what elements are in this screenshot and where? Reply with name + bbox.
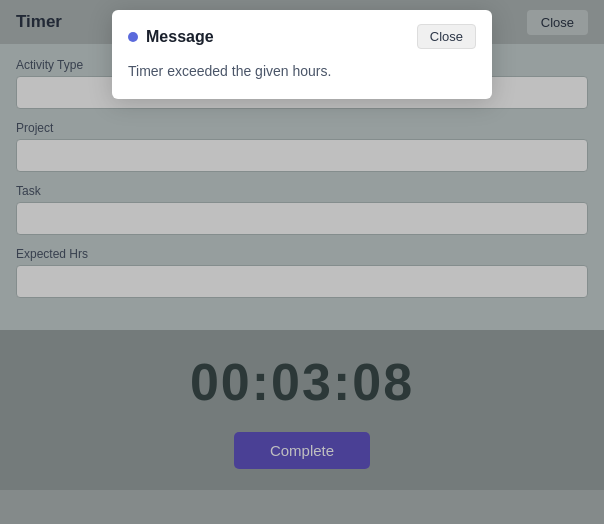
timer-panel: Timer Close Activity Type Project Task E…	[0, 0, 604, 524]
modal-title-row: Message	[128, 28, 214, 46]
modal-close-button[interactable]: Close	[417, 24, 476, 49]
modal-message: Timer exceeded the given hours.	[128, 63, 476, 79]
modal-header: Message Close	[112, 10, 492, 59]
modal-body: Timer exceeded the given hours.	[112, 59, 492, 99]
modal-overlay: Message Close Timer exceeded the given h…	[0, 0, 604, 524]
message-modal: Message Close Timer exceeded the given h…	[112, 10, 492, 99]
modal-dot-icon	[128, 32, 138, 42]
modal-title: Message	[146, 28, 214, 46]
